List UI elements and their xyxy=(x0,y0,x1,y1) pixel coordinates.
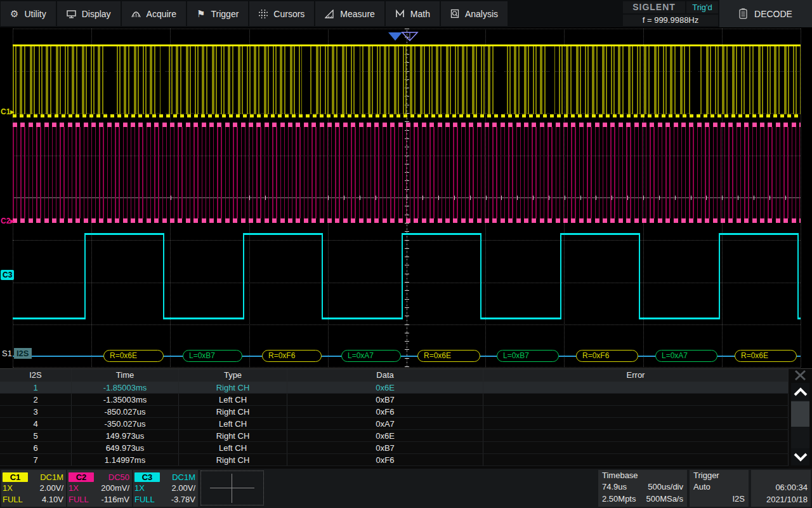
c3-badge: C3 xyxy=(134,472,160,482)
c3-bandwidth: FULL xyxy=(134,494,155,505)
table-header-cell: Error xyxy=(483,369,789,382)
decode-bubble: L=0xB7 xyxy=(183,350,242,362)
menu-item-math[interactable]: Math xyxy=(386,1,440,26)
menu-item-cursors[interactable]: Cursors xyxy=(249,1,314,26)
decode-bubble: R=0x6E xyxy=(103,350,164,362)
trigger-box[interactable]: Trigger Auto I2S xyxy=(690,470,749,507)
menu-label: Analysis xyxy=(465,9,498,19)
menu-item-analysis[interactable]: Analysis xyxy=(441,1,508,26)
trigger-position-indicator[interactable] xyxy=(386,31,421,42)
decode-bubble: L=0xA7 xyxy=(341,350,401,362)
table-row[interactable]: 71.14997msRight CH0xF6 xyxy=(0,454,789,466)
table-cell: -350.027us xyxy=(72,418,179,429)
decode-bubble: R=0x6E xyxy=(417,350,480,362)
crosshair-icon xyxy=(210,488,254,488)
menu-item-acquire[interactable]: Acquire xyxy=(122,1,186,26)
waveform-display: C1▸ C2▸ C3 S1 I2S R=0x6E L=0xB7 R=0xF6 L… xyxy=(0,27,812,368)
timebase-box[interactable]: Timebase 74.9us500us/div 2.50Mpts500MSa/… xyxy=(598,470,687,507)
c1-coupling: DC1M xyxy=(40,472,63,482)
table-cell: 649.973us xyxy=(72,442,179,453)
table-cell: 1 xyxy=(0,382,72,393)
menu-item-trigger[interactable]: ⚑ Trigger xyxy=(187,1,248,26)
status-bar: C1 DC1M 1X2.00V/ FULL4.10V C2 DC50 1X200… xyxy=(0,469,812,508)
decode-bubble: L=0xB7 xyxy=(497,350,559,362)
math-channel-placeholder[interactable] xyxy=(200,471,264,505)
c1-position-marker[interactable]: C1▸ xyxy=(1,107,14,116)
table-cell xyxy=(483,454,789,465)
table-row[interactable]: 5149.973usRight CH0x6E xyxy=(0,430,789,442)
table-cell: Right CH xyxy=(179,454,287,465)
table-scrollbar xyxy=(789,369,812,469)
table-cell xyxy=(483,442,789,453)
c3-scale: 2.00V/ xyxy=(171,483,195,494)
table-cell: 6 xyxy=(0,442,72,453)
c1-waveform xyxy=(13,44,801,118)
decode-bubble: R=0xF6 xyxy=(576,350,638,362)
table-header-cell: Type xyxy=(179,369,287,382)
table-cell: Right CH xyxy=(179,406,287,417)
table-cell xyxy=(483,382,789,393)
menu-item-utility[interactable]: ⚙ Utility xyxy=(1,1,56,26)
acquire-icon xyxy=(131,10,141,18)
table-row[interactable]: 4-350.027usLeft CH0xA7 xyxy=(0,418,789,430)
scroll-up-button[interactable] xyxy=(791,383,809,400)
channel-box-c3[interactable]: C3 DC1M 1X2.00V/ FULL-3.78V xyxy=(133,470,198,507)
table-row[interactable]: 3-850.027usRight CH0xF6 xyxy=(0,406,789,418)
table-cell: 0xB7 xyxy=(287,442,483,453)
c2-badge: C2 xyxy=(69,472,94,482)
cursors-icon xyxy=(259,10,268,18)
timebase-delay: 74.9us xyxy=(602,481,627,493)
c2-scale: 200mV/ xyxy=(101,483,129,494)
timebase-points: 2.50Mpts xyxy=(602,493,636,505)
scroll-down-button[interactable] xyxy=(791,448,809,465)
table-cell: 7 xyxy=(0,454,72,465)
c3-coupling: DC1M xyxy=(172,472,195,482)
c2-offset: -116mV xyxy=(101,494,129,505)
trigger-mode: Auto xyxy=(693,481,710,493)
menu-label: Math xyxy=(410,9,430,19)
table-cell: 0xF6 xyxy=(287,454,483,465)
menu-item-measure[interactable]: Measure xyxy=(315,1,384,26)
c1-probe: 1X xyxy=(3,483,13,494)
table-cell: Right CH xyxy=(179,382,287,393)
table-cell: -850.027us xyxy=(72,406,179,417)
channel-box-c2[interactable]: C2 DC50 1X200mV/ FULL-116mV xyxy=(67,470,132,507)
trigger-delay-marker-icon[interactable] xyxy=(388,32,402,41)
bus-protocol-badge[interactable]: I2S xyxy=(14,348,32,359)
table-header-row: I2STimeTypeDataError xyxy=(0,369,789,382)
ruler-icon xyxy=(325,10,334,18)
table-cell: 2 xyxy=(0,394,72,405)
c1-badge: C1 xyxy=(3,472,28,482)
trigger-source: I2S xyxy=(732,493,745,505)
scrollbar-thumb[interactable] xyxy=(791,401,809,427)
clock-time: 06:00:34 xyxy=(775,481,808,493)
analysis-icon xyxy=(450,9,459,18)
brand-logo: SIGLENT xyxy=(623,1,685,13)
table-cell: 1.14997ms xyxy=(72,454,179,465)
c3-position-marker[interactable]: C3 xyxy=(1,270,14,280)
timebase-scale: 500us/div xyxy=(648,481,683,493)
table-row[interactable]: 6649.973usLeft CH0xB7 xyxy=(0,442,789,454)
table-cell: Right CH xyxy=(179,430,287,441)
timebase-title: Timebase xyxy=(598,470,687,481)
menu-item-display[interactable]: Display xyxy=(57,1,121,26)
table-row[interactable]: 1-1.85003msRight CH0x6E xyxy=(0,382,789,394)
table-close-button[interactable] xyxy=(790,369,811,382)
table-cell: 0x6E xyxy=(287,430,483,441)
table-cell: 0xA7 xyxy=(287,418,483,429)
table-row[interactable]: 2-1.35003msLeft CH0xB7 xyxy=(0,394,789,406)
c2-bandwidth: FULL xyxy=(69,494,89,505)
c2-probe: 1X xyxy=(69,483,79,494)
c2-position-marker[interactable]: C2▸ xyxy=(1,217,14,225)
c3-probe: 1X xyxy=(134,483,145,494)
menu-label: Measure xyxy=(340,9,374,19)
decode-bubble: R=0x6E xyxy=(735,350,797,362)
c3-offset: -3.78V xyxy=(171,494,195,505)
channel-box-c1[interactable]: C1 DC1M 1X2.00V/ FULL4.10V xyxy=(1,470,66,507)
menu-label: Display xyxy=(82,9,111,19)
decode-menu-button[interactable]: DECODE xyxy=(719,0,812,27)
datetime-box: 06:00:34 2021/10/18 xyxy=(751,470,811,507)
trigger-title: Trigger xyxy=(690,470,749,481)
table-cell: 3 xyxy=(0,406,72,417)
table-cell xyxy=(483,394,789,405)
